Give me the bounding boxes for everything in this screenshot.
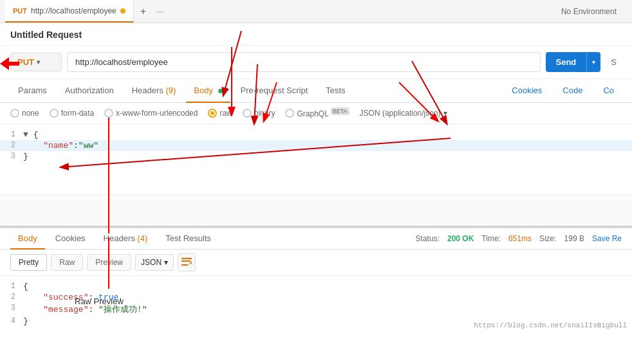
tab-dot [120, 8, 125, 14]
radio-none [10, 109, 19, 118]
dropdown-arrow: ▾ [37, 59, 40, 66]
tab-authorization[interactable]: Authorization [57, 79, 122, 103]
tab-code[interactable]: Code [555, 79, 590, 103]
resp-pretty-tab[interactable]: Pretty [10, 254, 47, 271]
tab-cookies[interactable]: Cookies [504, 79, 550, 103]
response-section: Body Cookies Headers (4) Test Results St… [0, 227, 632, 332]
code-line-1: 1 ▼ { [0, 129, 632, 140]
add-tab-button[interactable]: + [134, 6, 153, 17]
size-label: Size: [539, 234, 557, 243]
beta-badge: BETA [331, 107, 349, 115]
svg-rect-7 [181, 258, 192, 259]
size-value: 199 B [564, 234, 584, 243]
response-body-tabs: Pretty Raw Preview JSON ▾ [0, 250, 632, 276]
resp-wrap-button[interactable] [178, 253, 196, 271]
empty-body-area [0, 195, 632, 227]
radio-raw [208, 109, 217, 118]
tab-bar: PUT http://localhost/employee + ··· No E… [0, 0, 632, 23]
active-tab[interactable]: PUT http://localhost/employee [5, 0, 134, 23]
tab-method: PUT [13, 7, 27, 15]
resp-tab-body[interactable]: Body [10, 228, 45, 250]
save-button[interactable]: S [606, 52, 622, 72]
svg-rect-8 [181, 260, 189, 262]
body-type-graphql[interactable]: GraphQL BETA [285, 108, 349, 118]
radio-binary [243, 109, 252, 118]
code-line-2: 2 "name":"ww" [0, 140, 632, 151]
tab-body[interactable]: Body [186, 79, 230, 103]
tab-headers[interactable]: Headers (9) [124, 79, 184, 103]
request-body-editor[interactable]: 1 ▼ { 2 "name":"ww" 3 } [0, 124, 632, 195]
tab-params[interactable]: Params [10, 79, 55, 103]
more-tabs-button[interactable]: ··· [153, 6, 167, 16]
no-environment: No Environment [561, 7, 617, 16]
resp-preview-tab[interactable]: Preview [87, 254, 131, 271]
resp-format-label: JSON [141, 258, 162, 267]
body-type-none[interactable]: none [10, 109, 39, 118]
raw-preview-label: Raw Preview [75, 296, 124, 306]
time-value: 651ms [508, 234, 532, 243]
method-dropdown[interactable]: PUT ▾ [10, 53, 62, 71]
code-line-3: 3 } [0, 151, 632, 162]
resp-raw-tab[interactable]: Raw [51, 254, 83, 271]
request-nav-tabs: Params Authorization Headers (9) Body Pr… [0, 79, 632, 103]
radio-graphql [285, 109, 294, 118]
content-type-label: JSON (application/json) [360, 109, 441, 118]
resp-line-1: 1 { [0, 281, 632, 292]
url-input[interactable] [67, 52, 541, 72]
send-button[interactable]: Send ▾ [546, 52, 601, 72]
method-label: PUT [17, 57, 34, 67]
resp-format-arrow: ▾ [164, 258, 168, 267]
tab-tests[interactable]: Tests [318, 79, 353, 103]
resp-tab-test-results[interactable]: Test Results [158, 228, 219, 250]
send-dropdown-arrow[interactable]: ▾ [586, 53, 600, 71]
send-label: Send [546, 52, 587, 72]
resp-tab-cookies[interactable]: Cookies [48, 228, 93, 250]
body-type-bar: none form-data x-www-form-urlencoded raw… [0, 103, 632, 124]
time-label: Time: [481, 234, 501, 243]
request-title: Untitled Request [0, 23, 632, 46]
status-label: Status: [416, 234, 440, 243]
content-type-selector[interactable]: JSON (application/json) ▾ [360, 109, 447, 118]
content-type-arrow: ▾ [443, 109, 447, 118]
tab-url: http://localhost/employee [31, 6, 116, 15]
resp-tab-headers[interactable]: Headers (4) [96, 228, 156, 250]
status-code: 200 OK [447, 234, 474, 243]
body-type-raw[interactable]: raw [208, 109, 232, 118]
url-bar: PUT ▾ Send ▾ S [0, 46, 632, 79]
svg-rect-9 [181, 264, 188, 266]
tab-co[interactable]: Co [595, 79, 622, 103]
tab-pre-request[interactable]: Pre-request Script [233, 79, 316, 103]
body-type-urlencoded[interactable]: x-www-form-urlencoded [104, 109, 198, 118]
status-bar: Status: 200 OK Time: 651ms Size: 199 B S… [416, 234, 622, 243]
save-response-button[interactable]: Save Re [592, 234, 622, 243]
radio-form-data [50, 109, 59, 118]
response-nav-tabs: Body Cookies Headers (4) Test Results St… [0, 227, 632, 250]
watermark: https://blog.csdn.net/snailIsBigbull [474, 322, 627, 329]
radio-urlencoded [104, 109, 113, 118]
resp-format-selector[interactable]: JSON ▾ [135, 254, 174, 271]
body-type-binary[interactable]: binary [243, 109, 275, 118]
body-type-form-data[interactable]: form-data [50, 109, 94, 118]
